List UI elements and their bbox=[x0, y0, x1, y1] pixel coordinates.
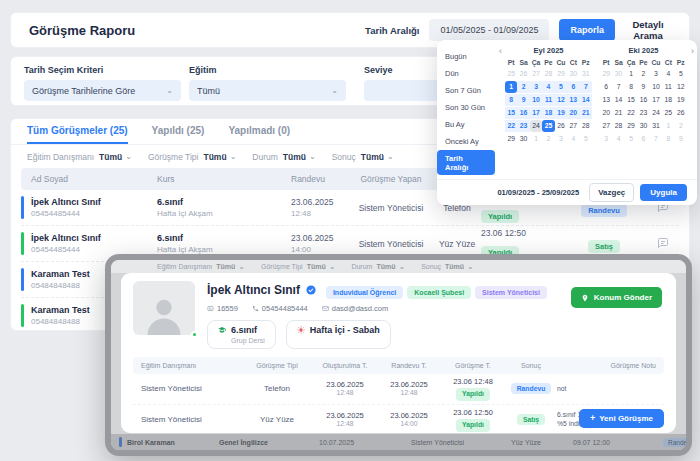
day-cell[interactable]: 16 bbox=[517, 107, 529, 119]
day-cell[interactable]: 2 bbox=[517, 81, 529, 93]
day-cell[interactable]: 27 bbox=[567, 120, 579, 132]
day-cell[interactable]: 24 bbox=[650, 107, 662, 119]
day-cell[interactable]: 29 bbox=[505, 133, 517, 145]
day-cell[interactable]: 19 bbox=[555, 107, 567, 119]
day-cell[interactable]: 11 bbox=[662, 81, 674, 93]
day-cell[interactable]: 13 bbox=[567, 94, 579, 106]
day-cell[interactable]: 18 bbox=[662, 94, 674, 106]
day-cell[interactable]: 5 bbox=[555, 81, 567, 93]
detailed-search-link[interactable]: Detaylı Arama bbox=[625, 19, 671, 42]
filter-field-select[interactable]: Görüşme Tarihlerine Göre bbox=[24, 80, 181, 101]
report-button[interactable]: Raporla bbox=[559, 19, 615, 41]
calendar-preset-6[interactable]: Tarih Aralığı bbox=[437, 150, 495, 175]
list-filter-3[interactable]: SonuçTümü bbox=[332, 152, 394, 162]
send-location-button[interactable]: Konum Gönder bbox=[571, 287, 662, 308]
day-cell[interactable]: 6 bbox=[567, 81, 579, 93]
day-cell[interactable]: 29 bbox=[600, 68, 612, 80]
day-cell[interactable]: 20 bbox=[567, 107, 579, 119]
day-cell[interactable]: 17 bbox=[650, 94, 662, 106]
day-cell[interactable]: 10 bbox=[650, 81, 662, 93]
day-cell[interactable]: 25 bbox=[505, 68, 517, 80]
day-cell[interactable]: 3 bbox=[530, 81, 542, 93]
day-cell[interactable]: 24 bbox=[530, 120, 542, 132]
day-cell[interactable]: 5 bbox=[580, 133, 592, 145]
day-cell[interactable]: 2 bbox=[542, 133, 554, 145]
day-cell[interactable]: 16 bbox=[637, 94, 649, 106]
day-cell[interactable]: 28 bbox=[612, 120, 624, 132]
new-meeting-button[interactable]: + Yeni Görüşme bbox=[579, 409, 664, 428]
day-cell[interactable]: 13 bbox=[600, 94, 612, 106]
day-cell[interactable]: 22 bbox=[505, 120, 517, 132]
day-cell[interactable]: 21 bbox=[580, 107, 592, 119]
list-filter-1[interactable]: Görüşme TipiTümü bbox=[148, 152, 236, 162]
day-cell[interactable]: 1 bbox=[530, 133, 542, 145]
day-cell[interactable]: 18 bbox=[542, 107, 554, 119]
day-cell[interactable]: 28 bbox=[580, 120, 592, 132]
calendar-prev-icon[interactable]: ‹ bbox=[499, 46, 502, 56]
day-cell[interactable]: 26 bbox=[555, 120, 567, 132]
day-cell[interactable]: 2 bbox=[637, 68, 649, 80]
apply-button[interactable]: Uygula bbox=[640, 184, 687, 201]
day-cell[interactable]: 10 bbox=[530, 94, 542, 106]
day-cell[interactable]: 8 bbox=[662, 133, 674, 145]
day-cell[interactable]: 4 bbox=[662, 68, 674, 80]
day-cell[interactable]: 9 bbox=[637, 81, 649, 93]
day-cell[interactable]: 4 bbox=[542, 81, 554, 93]
day-cell[interactable]: 31 bbox=[650, 120, 662, 132]
list-filter-2[interactable]: DurumTümü bbox=[252, 152, 315, 162]
day-cell[interactable]: 8 bbox=[625, 81, 637, 93]
day-cell[interactable]: 15 bbox=[505, 107, 517, 119]
day-cell[interactable]: 5 bbox=[625, 133, 637, 145]
calendar-preset-2[interactable]: Son 7 Gün bbox=[437, 82, 499, 98]
day-cell[interactable]: 6 bbox=[600, 81, 612, 93]
day-cell[interactable]: 30 bbox=[612, 68, 624, 80]
day-cell[interactable]: 6 bbox=[637, 133, 649, 145]
day-cell[interactable]: 28 bbox=[542, 68, 554, 80]
day-cell[interactable]: 9 bbox=[675, 133, 687, 145]
calendar-next-icon[interactable]: › bbox=[691, 46, 694, 56]
day-cell[interactable]: 23 bbox=[637, 107, 649, 119]
day-cell[interactable]: 26 bbox=[675, 107, 687, 119]
day-cell[interactable]: 7 bbox=[580, 81, 592, 93]
day-cell[interactable]: 22 bbox=[625, 107, 637, 119]
day-cell[interactable]: 17 bbox=[530, 107, 542, 119]
tab-0[interactable]: Tüm Görüşmeler (25) bbox=[27, 119, 128, 144]
day-cell[interactable]: 9 bbox=[517, 94, 529, 106]
day-cell[interactable]: 8 bbox=[505, 94, 517, 106]
calendar-preset-0[interactable]: Bugün bbox=[437, 48, 499, 64]
day-cell[interactable]: 2 bbox=[675, 120, 687, 132]
day-cell[interactable]: 25 bbox=[662, 107, 674, 119]
day-cell[interactable]: 3 bbox=[650, 68, 662, 80]
day-cell[interactable]: 14 bbox=[580, 94, 592, 106]
day-cell[interactable]: 29 bbox=[555, 68, 567, 80]
day-cell[interactable]: 20 bbox=[600, 107, 612, 119]
day-cell[interactable]: 30 bbox=[567, 68, 579, 80]
day-cell[interactable]: 3 bbox=[555, 133, 567, 145]
day-cell[interactable]: 23 bbox=[517, 120, 529, 132]
list-filter-0[interactable]: Eğitim DanışmanıTümü bbox=[27, 152, 132, 162]
filter-field-select[interactable]: Tümü bbox=[189, 80, 346, 101]
day-cell[interactable]: 30 bbox=[517, 133, 529, 145]
date-range-input[interactable]: 01/05/2025 - 01/09/2025 bbox=[429, 19, 549, 41]
day-cell[interactable]: 1 bbox=[662, 120, 674, 132]
day-cell[interactable]: 1 bbox=[625, 68, 637, 80]
day-cell[interactable]: 30 bbox=[637, 120, 649, 132]
day-cell[interactable]: 15 bbox=[625, 94, 637, 106]
day-cell[interactable]: 12 bbox=[555, 94, 567, 106]
day-cell[interactable]: 19 bbox=[675, 94, 687, 106]
day-cell[interactable]: 26 bbox=[517, 68, 529, 80]
day-cell[interactable]: 7 bbox=[650, 133, 662, 145]
calendar-preset-1[interactable]: Dün bbox=[437, 65, 499, 81]
day-cell[interactable]: 29 bbox=[625, 120, 637, 132]
day-cell[interactable]: 7 bbox=[612, 81, 624, 93]
cancel-button[interactable]: Vazgeç bbox=[589, 183, 634, 202]
day-cell[interactable]: 5 bbox=[675, 68, 687, 80]
day-cell[interactable]: 4 bbox=[567, 133, 579, 145]
day-cell[interactable]: 31 bbox=[580, 68, 592, 80]
day-cell[interactable]: 27 bbox=[600, 120, 612, 132]
day-cell[interactable]: 25 bbox=[542, 120, 554, 132]
class-chip[interactable]: 6.sınıf Grup Dersi bbox=[207, 320, 276, 349]
day-cell[interactable]: 12 bbox=[675, 81, 687, 93]
tab-2[interactable]: Yapılmadı (0) bbox=[228, 119, 290, 144]
calendar-preset-4[interactable]: Bu Ay bbox=[437, 116, 499, 132]
